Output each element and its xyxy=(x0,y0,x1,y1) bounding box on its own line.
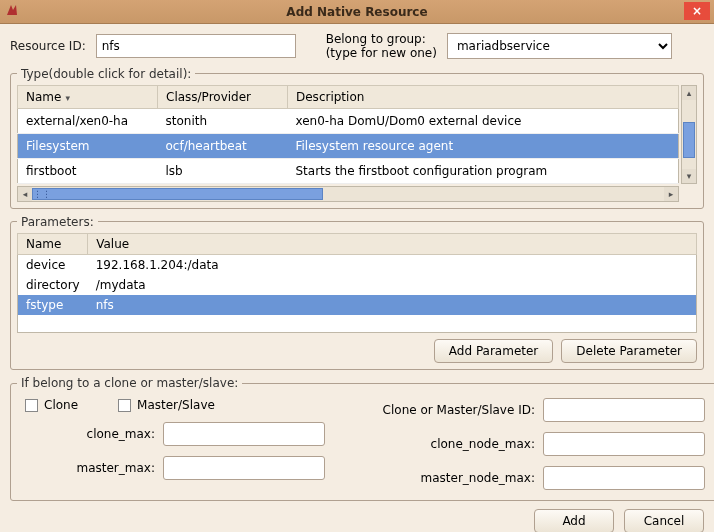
scroll-thumb[interactable] xyxy=(683,122,695,158)
clone-id-label: Clone or Master/Slave ID: xyxy=(365,403,535,417)
param-cell-name: directory xyxy=(18,275,88,295)
type-cell-desc: xen0-ha DomU/Dom0 external device xyxy=(288,108,679,133)
master-node-max-label: master_node_max: xyxy=(365,471,535,485)
type-cell-class: ocf/heartbeat xyxy=(158,133,288,158)
master-max-label: master_max: xyxy=(25,461,155,475)
param-row-empty[interactable] xyxy=(18,315,697,333)
clone-id-input[interactable] xyxy=(543,398,705,422)
belong-label-line2: (type for new one) xyxy=(326,46,437,60)
clone-checkbox[interactable] xyxy=(25,399,38,412)
type-table: Name▾ Class/Provider Description externa… xyxy=(17,85,679,184)
belong-label-line1: Belong to group: xyxy=(326,32,437,46)
parameters-legend: Parameters: xyxy=(17,215,98,229)
master-slave-checkbox-label: Master/Slave xyxy=(137,398,215,412)
clone-legend: If belong to a clone or master/slave: xyxy=(17,376,242,390)
add-button[interactable]: Add xyxy=(534,509,614,532)
param-row[interactable]: directory /mydata xyxy=(18,275,697,295)
type-cell-class: lsb xyxy=(158,158,288,183)
scroll-down-icon[interactable]: ▾ xyxy=(682,169,696,183)
clone-max-input[interactable] xyxy=(163,422,325,446)
parameters-fieldset: Parameters: Name Value device 192.168.1.… xyxy=(10,215,704,371)
type-row[interactable]: external/xen0-ha stonith xen0-ha DomU/Do… xyxy=(18,108,679,133)
type-cell-desc: Filesystem resource agent xyxy=(288,133,679,158)
type-header-desc[interactable]: Description xyxy=(288,85,679,108)
master-slave-checkbox[interactable] xyxy=(118,399,131,412)
dialog-content: Resource ID: Belong to group: (type for … xyxy=(0,24,714,532)
type-table-wrap: Name▾ Class/Provider Description externa… xyxy=(17,85,697,184)
type-header-class[interactable]: Class/Provider xyxy=(158,85,288,108)
clone-node-max-input[interactable] xyxy=(543,432,705,456)
sort-indicator-icon: ▾ xyxy=(61,93,70,103)
scroll-track[interactable]: ⋮⋮ xyxy=(32,187,664,201)
scroll-right-icon[interactable]: ▸ xyxy=(664,187,678,201)
param-header-name[interactable]: Name xyxy=(18,233,88,254)
type-horizontal-scrollbar[interactable]: ◂ ⋮⋮ ▸ xyxy=(17,186,679,202)
type-fieldset: Type(double click for detail): Name▾ Cla… xyxy=(10,67,704,209)
scroll-up-icon[interactable]: ▴ xyxy=(682,86,696,100)
type-header-name[interactable]: Name▾ xyxy=(18,85,158,108)
type-cell-name: firstboot xyxy=(18,158,158,183)
close-icon: × xyxy=(692,4,702,18)
window-title: Add Native Resource xyxy=(286,5,427,19)
param-cell-value: /mydata xyxy=(88,275,697,295)
close-button[interactable]: × xyxy=(684,2,710,20)
type-cell-name: Filesystem xyxy=(18,133,158,158)
type-cell-name: external/xen0-ha xyxy=(18,108,158,133)
parameters-table: Name Value device 192.168.1.204:/data di… xyxy=(17,233,697,334)
master-max-input[interactable] xyxy=(163,456,325,480)
param-row[interactable]: fstype nfs xyxy=(18,295,697,315)
clone-node-max-label: clone_node_max: xyxy=(365,437,535,451)
belong-group-select[interactable]: mariadbservice xyxy=(447,33,672,59)
titlebar: Add Native Resource × xyxy=(0,0,714,24)
top-row: Resource ID: Belong to group: (type for … xyxy=(10,32,704,61)
delete-parameter-button[interactable]: Delete Parameter xyxy=(561,339,697,363)
type-row[interactable]: firstboot lsb Starts the firstboot confi… xyxy=(18,158,679,183)
clone-checkbox-label: Clone xyxy=(44,398,78,412)
belong-group-label: Belong to group: (type for new one) xyxy=(326,32,437,61)
resource-id-input[interactable] xyxy=(96,34,296,58)
type-cell-desc: Starts the firstboot configuration progr… xyxy=(288,158,679,183)
scroll-thumb[interactable]: ⋮⋮ xyxy=(32,188,323,200)
param-cell-name: fstype xyxy=(18,295,88,315)
clone-max-label: clone_max: xyxy=(25,427,155,441)
scroll-left-icon[interactable]: ◂ xyxy=(18,187,32,201)
grip-icon: ⋮⋮ xyxy=(33,189,41,199)
scroll-track[interactable] xyxy=(682,100,696,169)
param-cell-name: device xyxy=(18,254,88,275)
app-icon xyxy=(4,2,22,20)
param-cell-value: 192.168.1.204:/data xyxy=(88,254,697,275)
type-vertical-scrollbar[interactable]: ▴ ▾ xyxy=(681,85,697,184)
type-legend: Type(double click for detail): xyxy=(17,67,195,81)
param-row[interactable]: device 192.168.1.204:/data xyxy=(18,254,697,275)
master-node-max-input[interactable] xyxy=(543,466,705,490)
add-parameter-button[interactable]: Add Parameter xyxy=(434,339,553,363)
param-header-value[interactable]: Value xyxy=(88,233,697,254)
param-cell-value: nfs xyxy=(88,295,697,315)
type-cell-class: stonith xyxy=(158,108,288,133)
clone-fieldset: If belong to a clone or master/slave: Cl… xyxy=(10,376,714,501)
type-row[interactable]: Filesystem ocf/heartbeat Filesystem reso… xyxy=(18,133,679,158)
cancel-button[interactable]: Cancel xyxy=(624,509,704,532)
resource-id-label: Resource ID: xyxy=(10,39,86,53)
